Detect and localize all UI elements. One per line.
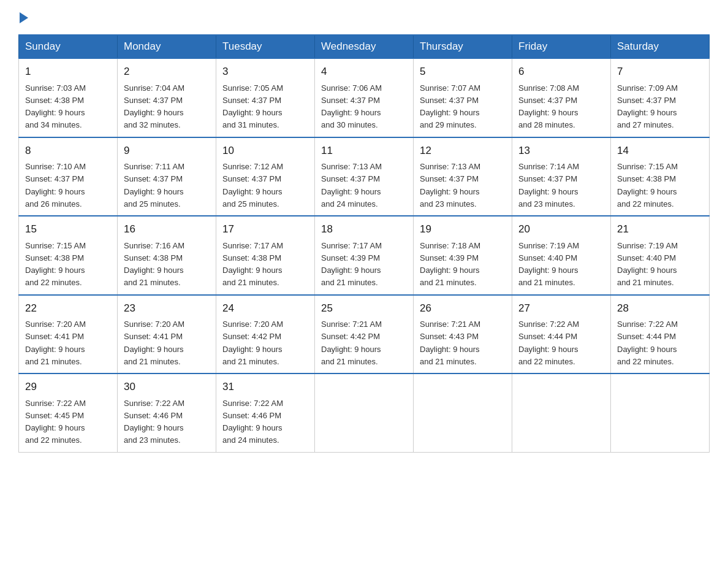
weekday-header-row: SundayMondayTuesdayWednesdayThursdayFrid…: [19, 35, 710, 58]
day-info: Sunrise: 7:13 AMSunset: 4:37 PMDaylight:…: [420, 162, 480, 209]
day-info: Sunrise: 7:14 AMSunset: 4:37 PMDaylight:…: [518, 162, 579, 209]
calendar-cell: 23Sunrise: 7:20 AMSunset: 4:41 PMDayligh…: [118, 295, 216, 374]
day-number: 2: [124, 64, 210, 80]
day-number: 6: [518, 64, 604, 80]
calendar-cell: 26Sunrise: 7:21 AMSunset: 4:43 PMDayligh…: [414, 295, 512, 374]
calendar-cell: 4Sunrise: 7:06 AMSunset: 4:37 PMDaylight…: [315, 58, 414, 137]
day-number: 30: [124, 379, 210, 395]
calendar-cell: 11Sunrise: 7:13 AMSunset: 4:37 PMDayligh…: [315, 137, 414, 216]
calendar-cell: [611, 373, 710, 452]
day-info: Sunrise: 7:10 AMSunset: 4:37 PMDaylight:…: [25, 162, 86, 209]
day-number: 7: [617, 64, 703, 80]
calendar-cell: 28Sunrise: 7:22 AMSunset: 4:44 PMDayligh…: [611, 295, 710, 374]
day-number: 1: [25, 64, 111, 80]
calendar-cell: 3Sunrise: 7:05 AMSunset: 4:37 PMDaylight…: [216, 58, 315, 137]
calendar-week-row: 22Sunrise: 7:20 AMSunset: 4:41 PMDayligh…: [19, 295, 710, 374]
logo-arrow-icon: [20, 12, 28, 23]
logo: [18, 12, 29, 23]
day-info: Sunrise: 7:17 AMSunset: 4:38 PMDaylight:…: [222, 241, 283, 288]
day-number: 17: [222, 221, 308, 237]
day-number: 15: [25, 221, 111, 237]
calendar-cell: 21Sunrise: 7:19 AMSunset: 4:40 PMDayligh…: [611, 216, 710, 295]
day-info: Sunrise: 7:18 AMSunset: 4:39 PMDaylight:…: [420, 241, 480, 288]
day-info: Sunrise: 7:16 AMSunset: 4:38 PMDaylight:…: [124, 241, 184, 288]
calendar-week-row: 1Sunrise: 7:03 AMSunset: 4:38 PMDaylight…: [19, 58, 710, 137]
day-info: Sunrise: 7:09 AMSunset: 4:37 PMDaylight:…: [617, 83, 678, 130]
day-number: 14: [617, 143, 703, 159]
calendar-cell: 15Sunrise: 7:15 AMSunset: 4:38 PMDayligh…: [19, 216, 118, 295]
calendar-cell: 8Sunrise: 7:10 AMSunset: 4:37 PMDaylight…: [19, 137, 118, 216]
day-number: 8: [25, 143, 111, 159]
calendar-cell: 14Sunrise: 7:15 AMSunset: 4:38 PMDayligh…: [611, 137, 710, 216]
calendar-week-row: 8Sunrise: 7:10 AMSunset: 4:37 PMDaylight…: [19, 137, 710, 216]
day-number: 5: [420, 64, 506, 80]
calendar-cell: 17Sunrise: 7:17 AMSunset: 4:38 PMDayligh…: [216, 216, 315, 295]
day-number: 22: [25, 301, 111, 316]
day-info: Sunrise: 7:04 AMSunset: 4:37 PMDaylight:…: [124, 83, 184, 130]
calendar-cell: 10Sunrise: 7:12 AMSunset: 4:37 PMDayligh…: [216, 137, 315, 216]
calendar-cell: 19Sunrise: 7:18 AMSunset: 4:39 PMDayligh…: [414, 216, 512, 295]
day-info: Sunrise: 7:21 AMSunset: 4:43 PMDaylight:…: [420, 320, 480, 366]
calendar-cell: 7Sunrise: 7:09 AMSunset: 4:37 PMDaylight…: [611, 58, 710, 137]
day-info: Sunrise: 7:21 AMSunset: 4:42 PMDaylight:…: [321, 320, 382, 366]
day-number: 27: [518, 301, 604, 316]
calendar-cell: [315, 373, 414, 452]
calendar-cell: 22Sunrise: 7:20 AMSunset: 4:41 PMDayligh…: [19, 295, 118, 374]
calendar-cell: 20Sunrise: 7:19 AMSunset: 4:40 PMDayligh…: [512, 216, 611, 295]
day-info: Sunrise: 7:06 AMSunset: 4:37 PMDaylight:…: [321, 83, 382, 130]
day-info: Sunrise: 7:22 AMSunset: 4:46 PMDaylight:…: [222, 399, 283, 445]
day-number: 24: [222, 301, 308, 316]
day-info: Sunrise: 7:08 AMSunset: 4:37 PMDaylight:…: [518, 83, 579, 130]
day-info: Sunrise: 7:20 AMSunset: 4:42 PMDaylight:…: [222, 320, 283, 366]
day-number: 25: [321, 301, 407, 316]
weekday-header-friday: Friday: [512, 35, 611, 58]
weekday-header-saturday: Saturday: [611, 35, 710, 58]
weekday-header-wednesday: Wednesday: [315, 35, 414, 58]
calendar-week-row: 29Sunrise: 7:22 AMSunset: 4:45 PMDayligh…: [19, 373, 710, 452]
day-info: Sunrise: 7:22 AMSunset: 4:46 PMDaylight:…: [124, 399, 184, 445]
day-info: Sunrise: 7:17 AMSunset: 4:39 PMDaylight:…: [321, 241, 382, 288]
day-number: 9: [124, 143, 210, 159]
day-number: 16: [124, 221, 210, 237]
calendar-cell: 2Sunrise: 7:04 AMSunset: 4:37 PMDaylight…: [118, 58, 216, 137]
calendar-cell: 16Sunrise: 7:16 AMSunset: 4:38 PMDayligh…: [118, 216, 216, 295]
weekday-header-monday: Monday: [118, 35, 216, 58]
calendar-cell: 1Sunrise: 7:03 AMSunset: 4:38 PMDaylight…: [19, 58, 118, 137]
weekday-header-thursday: Thursday: [414, 35, 512, 58]
weekday-header-tuesday: Tuesday: [216, 35, 315, 58]
day-number: 20: [518, 221, 604, 237]
day-number: 26: [420, 301, 506, 316]
day-number: 13: [518, 143, 604, 159]
day-info: Sunrise: 7:05 AMSunset: 4:37 PMDaylight:…: [222, 83, 283, 130]
calendar-cell: [512, 373, 611, 452]
calendar-cell: 24Sunrise: 7:20 AMSunset: 4:42 PMDayligh…: [216, 295, 315, 374]
day-info: Sunrise: 7:03 AMSunset: 4:38 PMDaylight:…: [25, 83, 86, 130]
day-info: Sunrise: 7:19 AMSunset: 4:40 PMDaylight:…: [617, 241, 678, 288]
weekday-header-sunday: Sunday: [19, 35, 118, 58]
day-number: 12: [420, 143, 506, 159]
day-info: Sunrise: 7:12 AMSunset: 4:37 PMDaylight:…: [222, 162, 283, 209]
day-info: Sunrise: 7:20 AMSunset: 4:41 PMDaylight:…: [124, 320, 184, 366]
day-info: Sunrise: 7:11 AMSunset: 4:37 PMDaylight:…: [124, 162, 184, 209]
day-number: 3: [222, 64, 308, 80]
day-number: 4: [321, 64, 407, 80]
day-number: 10: [222, 143, 308, 159]
calendar-cell: 30Sunrise: 7:22 AMSunset: 4:46 PMDayligh…: [118, 373, 216, 452]
day-info: Sunrise: 7:13 AMSunset: 4:37 PMDaylight:…: [321, 162, 382, 209]
page-header: [18, 12, 710, 23]
day-info: Sunrise: 7:22 AMSunset: 4:44 PMDaylight:…: [518, 320, 579, 366]
day-number: 21: [617, 221, 703, 237]
calendar-cell: [414, 373, 512, 452]
calendar-week-row: 15Sunrise: 7:15 AMSunset: 4:38 PMDayligh…: [19, 216, 710, 295]
day-number: 18: [321, 221, 407, 237]
day-number: 29: [25, 379, 111, 395]
day-info: Sunrise: 7:22 AMSunset: 4:45 PMDaylight:…: [25, 399, 86, 445]
day-number: 28: [617, 301, 703, 316]
calendar-cell: 25Sunrise: 7:21 AMSunset: 4:42 PMDayligh…: [315, 295, 414, 374]
day-info: Sunrise: 7:20 AMSunset: 4:41 PMDaylight:…: [25, 320, 86, 366]
day-number: 31: [222, 379, 308, 395]
day-number: 23: [124, 301, 210, 316]
calendar-cell: 29Sunrise: 7:22 AMSunset: 4:45 PMDayligh…: [19, 373, 118, 452]
calendar-cell: 9Sunrise: 7:11 AMSunset: 4:37 PMDaylight…: [118, 137, 216, 216]
day-info: Sunrise: 7:15 AMSunset: 4:38 PMDaylight:…: [25, 241, 86, 288]
